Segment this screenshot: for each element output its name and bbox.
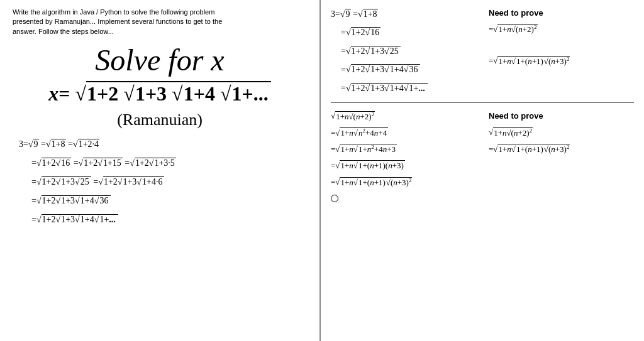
bl-line-3: =√1+n√1+n2+4n+3 [331,141,476,158]
bl-line-5: =√1+n√1+(n+1)√(n+3)2 [331,174,476,190]
bl-line-4: =√1+n√1+(n+1)(n+3) [331,158,476,174]
solve-for-title: Solve for x [13,43,307,77]
need-to-prove-label-1: Need to prove [489,5,634,21]
bl-line-1: √1+n√(n+2)2 [331,108,476,124]
right-panel: 3=√9 =√1+8 =√1+2√16 =√1+2√1+3√25 =√1+2√1… [321,0,644,341]
main-formula: x= √1+2 √1+3 √1+4 √1+... [13,82,307,106]
bottom-left-formulas: √1+n√(n+2)2 =√1+n√n2+4n+4 =√1+n√1+n2+4n+… [331,108,476,207]
left-panel: Write the algorithm in Java / Python to … [0,0,321,341]
math-line-2: =√1+2√16 =√1+2√1+15 =√1+2√1+3·5 [31,154,307,172]
x-variable: x [211,43,224,77]
right-formulas-left: 3=√9 =√1+8 =√1+2√16 =√1+2√1+3√25 =√1+2√1… [331,5,476,97]
r-line-4: =√1+2√1+3√1+4√36 [341,65,420,74]
math-line-3: =√1+2√1+3√25 =√1+2√1+3√1+4·6 [31,173,307,191]
r-line-1: 3=√9 =√1+8 [331,9,378,19]
ramanujan-label: (Ramanuian) [13,111,307,129]
section-divider [331,102,634,104]
r-line-2: =√1+2√16 [341,28,380,37]
cursor-indicator [331,195,338,202]
right-top-section: 3=√9 =√1+8 =√1+2√16 =√1+2√1+3√25 =√1+2√1… [331,5,634,97]
need-to-prove-label-2: Need to prove [489,108,634,124]
right-bottom-section: √1+n√(n+2)2 =√1+n√n2+4n+4 =√1+n√1+n2+4n+… [331,108,634,207]
math-line-1: 3=√9 =√1+8 =√1+2·4 [19,136,307,153]
math-line-5: =√1+2√1+3√1+4√1+... [31,211,307,229]
math-line-4: =√1+2√1+3√1+4√36 [31,192,307,210]
right-top-formula-1: =√1+n√(n+2)2 [489,21,634,38]
br-line-1: √1+n√(n+2)2 [489,124,634,141]
r-line-5: =√1+2√1+3√1+4√1+... [341,84,428,93]
br-line-2: =√1+n√1+(n+1)√(n+3)2 [489,141,634,158]
right-formulas-right-top: Need to prove =√1+n√(n+2)2 =√1+n√1+(n+1)… [476,5,634,70]
bottom-right-formulas: Need to prove √1+n√(n+2)2 =√1+n√1+(n+1)√… [476,108,634,158]
math-block: 3=√9 =√1+8 =√1+2·4 =√1+2√16 =√1+2√1+15 =… [19,136,307,229]
instruction-text: Write the algorithm in Java / Python to … [13,8,226,36]
r-line-3: =√1+2√1+3√25 [341,46,401,56]
right-top-formula-2: =√1+n√1+(n+1)√(n+3)2 [489,53,634,69]
bl-line-2: =√1+n√n2+4n+4 [331,125,476,141]
